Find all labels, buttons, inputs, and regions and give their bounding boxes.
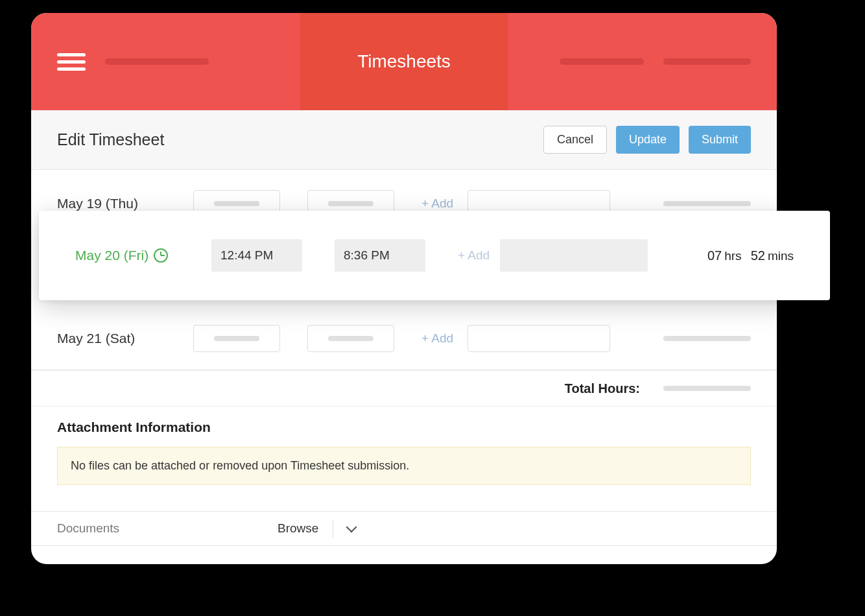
timesheet-row-featured: May 20 (Fri) 12:44 PM 8:36 PM + Add 07hr… bbox=[39, 211, 830, 300]
mins-unit: mins bbox=[768, 249, 794, 263]
day-label: May 21 (Sat) bbox=[57, 331, 193, 346]
browse-control[interactable]: Browse bbox=[278, 519, 355, 538]
row-duration: 07hrs 52mins bbox=[707, 248, 794, 263]
attachment-warning: No files can be attached or removed upon… bbox=[57, 447, 751, 485]
day-label-active: May 20 (Fri) bbox=[75, 248, 211, 263]
end-time-input[interactable] bbox=[307, 325, 394, 352]
action-buttons: Cancel Update Submit bbox=[543, 126, 751, 154]
header-right bbox=[508, 58, 777, 65]
add-entry-link[interactable]: + Add bbox=[458, 248, 490, 263]
notes-input[interactable] bbox=[468, 325, 610, 352]
menu-icon[interactable] bbox=[57, 53, 86, 71]
chevron-down-icon bbox=[346, 522, 357, 533]
header-left bbox=[31, 53, 300, 71]
documents-label: Documents bbox=[57, 521, 278, 536]
hours-value: 07 bbox=[707, 248, 722, 263]
row-hours-placeholder bbox=[663, 201, 751, 206]
browse-label: Browse bbox=[278, 521, 318, 536]
total-hours-label: Total Hours: bbox=[565, 381, 640, 396]
clock-icon bbox=[154, 248, 168, 263]
total-hours-placeholder bbox=[663, 386, 751, 391]
subheader: Edit Timesheet Cancel Update Submit bbox=[31, 110, 777, 170]
end-time-input[interactable]: 8:36 PM bbox=[335, 239, 425, 272]
day-label-text: May 20 (Fri) bbox=[75, 248, 148, 263]
documents-row: Documents Browse bbox=[31, 511, 777, 546]
add-entry-link[interactable]: + Add bbox=[421, 196, 453, 211]
notes-input[interactable] bbox=[500, 239, 648, 272]
mins-value: 52 bbox=[751, 248, 765, 263]
attachment-title: Attachment Information bbox=[57, 420, 751, 435]
header-tab-active[interactable]: Timesheets bbox=[300, 13, 508, 110]
hours-unit: hrs bbox=[724, 249, 741, 263]
timesheet-row: May 21 (Sat) + Add bbox=[31, 318, 777, 359]
cancel-button[interactable]: Cancel bbox=[543, 126, 607, 154]
separator bbox=[333, 519, 333, 538]
row-hours-placeholder bbox=[663, 336, 751, 341]
totals-row: Total Hours: bbox=[31, 370, 777, 407]
app-header: Timesheets bbox=[31, 13, 777, 110]
start-time-input[interactable] bbox=[193, 325, 280, 352]
header-placeholder bbox=[105, 58, 209, 65]
header-placeholder bbox=[560, 58, 644, 65]
day-label: May 19 (Thu) bbox=[57, 196, 193, 211]
header-placeholder bbox=[663, 58, 751, 65]
attachment-section: Attachment Information No files can be a… bbox=[31, 407, 777, 485]
start-time-input[interactable]: 12:44 PM bbox=[211, 239, 302, 272]
submit-button[interactable]: Submit bbox=[689, 126, 751, 154]
header-title: Timesheets bbox=[357, 51, 451, 72]
page-title: Edit Timesheet bbox=[57, 130, 164, 149]
update-button[interactable]: Update bbox=[616, 126, 680, 154]
add-entry-link[interactable]: + Add bbox=[421, 331, 453, 346]
